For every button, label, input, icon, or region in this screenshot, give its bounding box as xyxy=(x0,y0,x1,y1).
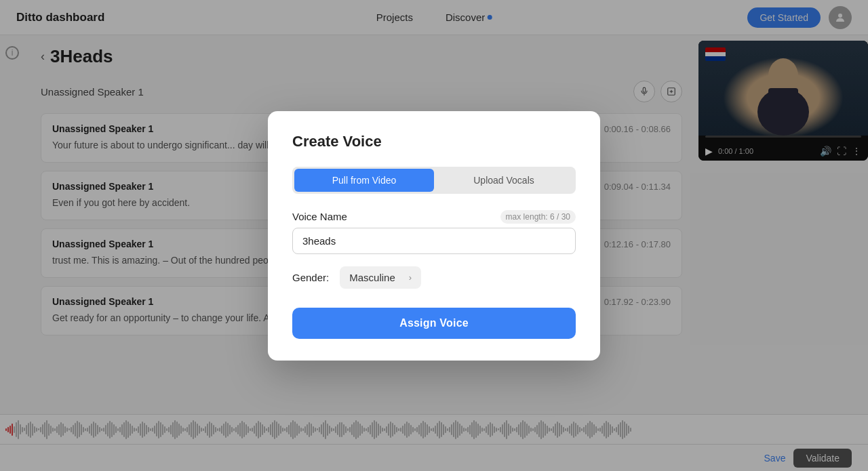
modal-title: Create Voice xyxy=(292,133,576,150)
tab-pull-from-video[interactable]: Pull from Video xyxy=(294,169,434,192)
gender-value: Masculine xyxy=(349,272,395,283)
voice-name-label: Voice Name xyxy=(292,211,347,222)
gender-label: Gender: xyxy=(292,272,329,283)
gender-select[interactable]: Masculine › xyxy=(340,266,421,289)
create-voice-modal: Create Voice Pull from Video Upload Voca… xyxy=(268,111,600,361)
assign-voice-button[interactable]: Assign Voice xyxy=(292,308,576,339)
voice-name-input[interactable] xyxy=(292,228,576,254)
chevron-right-icon: › xyxy=(409,272,412,283)
gender-row: Gender: Masculine › xyxy=(292,266,576,289)
modal-overlay: Create Voice Pull from Video Upload Voca… xyxy=(0,0,868,471)
voice-name-hint: max length: 6 / 30 xyxy=(500,210,576,224)
voice-name-row: Voice Name max length: 6 / 30 xyxy=(292,210,576,224)
tab-upload-vocals[interactable]: Upload Vocals xyxy=(434,169,574,192)
modal-tabs: Pull from Video Upload Vocals xyxy=(292,167,576,194)
